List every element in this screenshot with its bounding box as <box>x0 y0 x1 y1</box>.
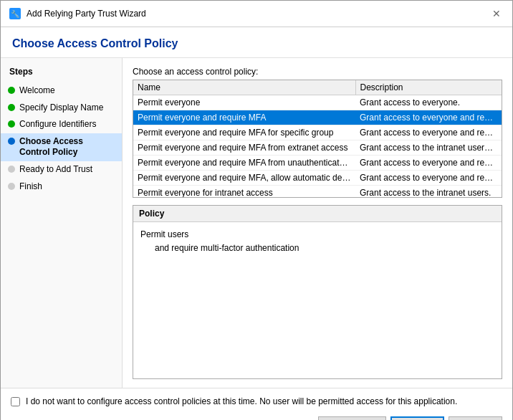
step-dot-access-control <box>8 138 15 145</box>
policy-desc-cell: Grant access to everyone and requir... <box>355 156 502 171</box>
policy-table: Name Description Permit everyoneGrant ac… <box>133 80 502 198</box>
policy-line-1: Permit users <box>140 228 494 242</box>
step-dot-finish <box>8 183 15 190</box>
steps-panel: Steps Welcome Specify Display Name Confi… <box>1 58 123 388</box>
main-panel: Choose an access control policy: Name De… <box>123 58 512 388</box>
policy-desc-cell: Grant access to everyone and requir... <box>355 110 502 125</box>
sidebar-item-ready[interactable]: Ready to Add Trust <box>1 161 122 178</box>
step-label-access-control: Choose Access Control Policy <box>19 136 115 158</box>
policy-desc-cell: Grant access to the intranet users. <box>355 186 502 199</box>
section-label: Choose an access control policy: <box>133 67 502 77</box>
dialog-window: 🔧 Add Relying Party Trust Wizard ✕ Choos… <box>0 0 513 420</box>
title-bar: 🔧 Add Relying Party Trust Wizard ✕ <box>1 1 512 27</box>
policy-desc-cell: Grant access to the intranet users ar... <box>355 140 502 156</box>
content-area: Steps Welcome Specify Display Name Confi… <box>1 58 512 388</box>
policy-detail-body: Permit users and require multi-factor au… <box>133 222 502 378</box>
policy-line-2: and require multi-factor authentication <box>140 242 494 255</box>
step-dot-ready <box>8 166 15 173</box>
button-row: < Previous Next > Cancel <box>11 416 502 420</box>
steps-heading: Steps <box>1 67 122 82</box>
table-row[interactable]: Permit everyone for intranet accessGrant… <box>133 186 502 199</box>
policy-name-cell: Permit everyone and require MFA from ext… <box>133 140 355 156</box>
policy-detail-section: Policy Permit users and require multi-fa… <box>133 205 502 379</box>
policy-desc-cell: Grant access to everyone. <box>355 95 502 110</box>
sidebar-item-identifiers[interactable]: Configure Identifiers <box>1 116 122 133</box>
policy-desc-cell: Grant access to everyone and requir... <box>355 171 502 186</box>
page-title: Choose Access Control Policy <box>12 37 501 50</box>
checkbox-label[interactable]: I do not want to configure access contro… <box>26 396 457 408</box>
policy-name-cell: Permit everyone and require MFA from una… <box>133 156 355 171</box>
wizard-icon: 🔧 <box>9 8 21 19</box>
step-dot-welcome <box>8 87 15 94</box>
sidebar-item-welcome[interactable]: Welcome <box>1 82 122 100</box>
no-policy-checkbox[interactable] <box>11 397 20 406</box>
table-row[interactable]: Permit everyone and require MFAGrant acc… <box>133 110 502 125</box>
policy-name-cell: Permit everyone and require MFA for spec… <box>133 125 355 140</box>
col-header-description: Description <box>355 80 502 95</box>
policy-desc-cell: Grant access to everyone and requir... <box>355 125 502 140</box>
dialog-title: Add Relying Party Trust Wizard <box>27 9 146 19</box>
table-row[interactable]: Permit everyone and require MFA from ext… <box>133 140 502 156</box>
title-bar-left: 🔧 Add Relying Party Trust Wizard <box>9 8 146 19</box>
step-label-welcome: Welcome <box>19 85 55 97</box>
next-button[interactable]: Next > <box>390 416 444 420</box>
col-header-name: Name <box>133 80 355 95</box>
step-label-display-name: Specify Display Name <box>19 102 103 114</box>
policy-list-section: Choose an access control policy: Name De… <box>133 67 502 198</box>
policy-name-cell: Permit everyone <box>133 95 355 110</box>
step-dot-identifiers <box>8 120 15 128</box>
close-button[interactable]: ✕ <box>489 6 504 21</box>
table-row[interactable]: Permit everyone and require MFA for spec… <box>133 125 502 140</box>
table-row[interactable]: Permit everyone and require MFA from una… <box>133 156 502 171</box>
policy-name-cell: Permit everyone for intranet access <box>133 186 355 199</box>
table-row[interactable]: Permit everyone and require MFA, allow a… <box>133 171 502 186</box>
step-dot-display-name <box>8 104 15 111</box>
policy-name-cell: Permit everyone and require MFA, allow a… <box>133 171 355 186</box>
sidebar-item-finish[interactable]: Finish <box>1 178 122 196</box>
step-label-ready: Ready to Add Trust <box>19 164 92 176</box>
policy-detail-header: Policy <box>133 206 502 222</box>
sidebar-item-display-name[interactable]: Specify Display Name <box>1 100 122 117</box>
table-row[interactable]: Permit everyoneGrant access to everyone. <box>133 95 502 110</box>
cancel-button[interactable]: Cancel <box>449 416 502 420</box>
step-label-finish: Finish <box>19 181 42 193</box>
page-header: Choose Access Control Policy <box>1 27 512 58</box>
checkbox-row: I do not want to configure access contro… <box>11 396 502 408</box>
step-label-identifiers: Configure Identifiers <box>19 119 96 130</box>
policy-name-cell: Permit everyone and require MFA <box>133 110 355 125</box>
previous-button[interactable]: < Previous <box>318 416 386 420</box>
footer-area: I do not want to configure access contro… <box>1 388 512 420</box>
sidebar-item-access-control[interactable]: Choose Access Control Policy <box>1 133 122 161</box>
policy-table-container[interactable]: Name Description Permit everyoneGrant ac… <box>133 80 502 198</box>
